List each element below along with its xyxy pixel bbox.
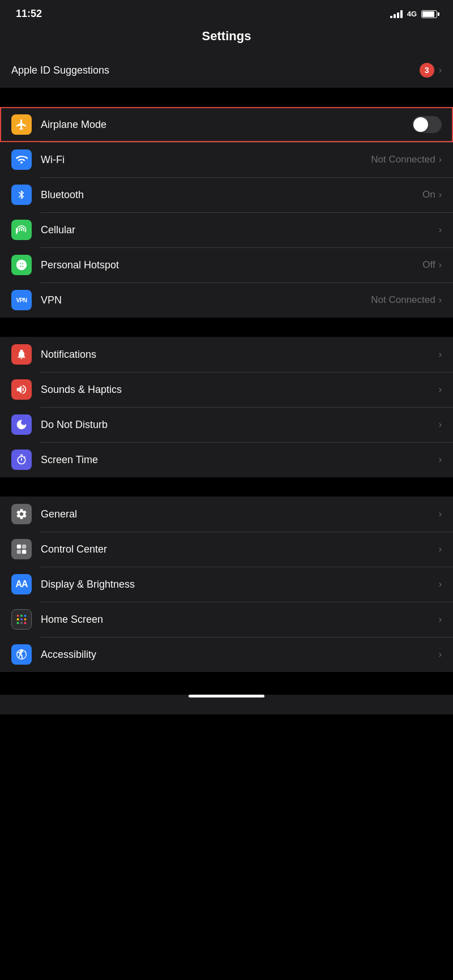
cellular-icon bbox=[11, 220, 32, 240]
wifi-value: Not Connected bbox=[371, 154, 435, 165]
vpn-chevron: › bbox=[439, 295, 442, 305]
display-brightness-icon: AA bbox=[11, 574, 32, 594]
screen-time-label: Screen Time bbox=[41, 454, 439, 466]
page-title-bar: Settings bbox=[0, 24, 453, 53]
svg-rect-2 bbox=[17, 545, 21, 549]
cellular-row[interactable]: Cellular › bbox=[0, 212, 453, 247]
status-icons: 4G bbox=[390, 10, 437, 18]
sounds-haptics-label: Sounds & Haptics bbox=[41, 384, 439, 396]
airplane-mode-label: Airplane Mode bbox=[41, 119, 412, 131]
general-chevron: › bbox=[439, 509, 442, 519]
do-not-disturb-chevron: › bbox=[439, 420, 442, 430]
svg-rect-12 bbox=[17, 622, 19, 624]
do-not-disturb-row[interactable]: Do Not Disturb › bbox=[0, 407, 453, 442]
svg-rect-14 bbox=[24, 622, 27, 624]
general-icon bbox=[11, 504, 32, 524]
sounds-haptics-row[interactable]: Sounds & Haptics › bbox=[0, 372, 453, 407]
accessibility-label: Accessibility bbox=[41, 649, 439, 661]
control-center-label: Control Center bbox=[41, 544, 439, 555]
control-center-chevron: › bbox=[439, 544, 442, 554]
home-screen-chevron: › bbox=[439, 614, 442, 624]
page-title: Settings bbox=[0, 29, 453, 44]
svg-rect-7 bbox=[20, 615, 23, 617]
vpn-label: VPN bbox=[41, 294, 371, 306]
bluetooth-label: Bluetooth bbox=[41, 189, 422, 201]
home-indicator bbox=[189, 695, 264, 697]
svg-rect-9 bbox=[17, 618, 19, 620]
display-brightness-chevron: › bbox=[439, 579, 442, 589]
notifications-group: Notifications › Sounds & Haptics › Do No… bbox=[0, 337, 453, 477]
screen-time-icon bbox=[11, 450, 32, 470]
home-screen-label: Home Screen bbox=[41, 614, 439, 626]
screen-time-row[interactable]: Screen Time › bbox=[0, 442, 453, 477]
accessibility-icon bbox=[11, 644, 32, 665]
personal-hotspot-icon bbox=[11, 255, 32, 275]
vpn-value: Not Connected bbox=[371, 294, 435, 306]
section-gap-2 bbox=[0, 318, 453, 337]
notifications-icon bbox=[11, 344, 32, 365]
cellular-chevron: › bbox=[439, 225, 442, 235]
vpn-icon: VPN bbox=[11, 290, 32, 310]
wifi-icon bbox=[11, 149, 32, 170]
airplane-mode-icon bbox=[11, 114, 32, 135]
status-bar: 11:52 4G bbox=[0, 0, 453, 24]
display-brightness-row[interactable]: AA Display & Brightness › bbox=[0, 567, 453, 602]
personal-hotspot-row[interactable]: Personal Hotspot Off › bbox=[0, 247, 453, 283]
general-group: General › Control Center › AA Display & … bbox=[0, 497, 453, 672]
wifi-label: Wi-Fi bbox=[41, 154, 371, 166]
bluetooth-chevron: › bbox=[439, 190, 442, 200]
sounds-haptics-icon bbox=[11, 379, 32, 400]
apple-id-badge: 3 bbox=[420, 63, 434, 78]
svg-rect-10 bbox=[20, 618, 23, 620]
bluetooth-value: On bbox=[422, 189, 435, 200]
control-center-icon bbox=[11, 539, 32, 559]
chevron-icon: › bbox=[439, 65, 442, 75]
notifications-label: Notifications bbox=[41, 349, 439, 361]
section-gap-1 bbox=[0, 88, 453, 107]
display-brightness-label: Display & Brightness bbox=[41, 579, 439, 590]
do-not-disturb-icon bbox=[11, 414, 32, 435]
svg-rect-4 bbox=[17, 550, 21, 554]
airplane-mode-row[interactable]: Airplane Mode bbox=[0, 107, 453, 142]
notifications-chevron: › bbox=[439, 349, 442, 360]
apple-id-label: Apple ID Suggestions bbox=[11, 65, 420, 76]
general-label: General bbox=[41, 508, 439, 520]
accessibility-chevron: › bbox=[439, 649, 442, 660]
screen-time-chevron: › bbox=[439, 455, 442, 465]
airplane-mode-toggle[interactable] bbox=[412, 116, 442, 133]
do-not-disturb-label: Do Not Disturb bbox=[41, 419, 439, 431]
connectivity-group: Airplane Mode Wi-Fi Not Connected › Blue… bbox=[0, 107, 453, 318]
bluetooth-row[interactable]: Bluetooth On › bbox=[0, 177, 453, 212]
battery-icon bbox=[421, 10, 437, 18]
section-gap-3 bbox=[0, 477, 453, 497]
svg-rect-11 bbox=[24, 618, 27, 620]
home-screen-row[interactable]: Home Screen › bbox=[0, 602, 453, 637]
apple-id-suggestions-row[interactable]: Apple ID Suggestions 3 › bbox=[0, 53, 453, 88]
control-center-row[interactable]: Control Center › bbox=[0, 532, 453, 567]
svg-rect-5 bbox=[22, 550, 26, 554]
general-row[interactable]: General › bbox=[0, 497, 453, 532]
sounds-haptics-chevron: › bbox=[439, 384, 442, 395]
accessibility-row[interactable]: Accessibility › bbox=[0, 637, 453, 672]
bluetooth-icon bbox=[11, 185, 32, 205]
notifications-row[interactable]: Notifications › bbox=[0, 337, 453, 372]
svg-rect-13 bbox=[20, 622, 23, 624]
svg-point-0 bbox=[20, 263, 23, 267]
svg-rect-3 bbox=[22, 545, 26, 549]
network-type: 4G bbox=[407, 10, 417, 18]
wifi-row[interactable]: Wi-Fi Not Connected › bbox=[0, 142, 453, 177]
signal-bars-icon bbox=[390, 10, 403, 18]
svg-rect-1 bbox=[20, 350, 23, 352]
wifi-chevron: › bbox=[439, 155, 442, 165]
home-screen-icon bbox=[11, 609, 32, 630]
personal-hotspot-value: Off bbox=[422, 259, 435, 271]
status-time: 11:52 bbox=[16, 8, 42, 20]
personal-hotspot-label: Personal Hotspot bbox=[41, 259, 422, 271]
svg-rect-8 bbox=[24, 615, 27, 617]
svg-rect-6 bbox=[17, 615, 19, 617]
cellular-label: Cellular bbox=[41, 224, 439, 236]
vpn-row[interactable]: VPN VPN Not Connected › bbox=[0, 283, 453, 318]
personal-hotspot-chevron: › bbox=[439, 260, 442, 270]
